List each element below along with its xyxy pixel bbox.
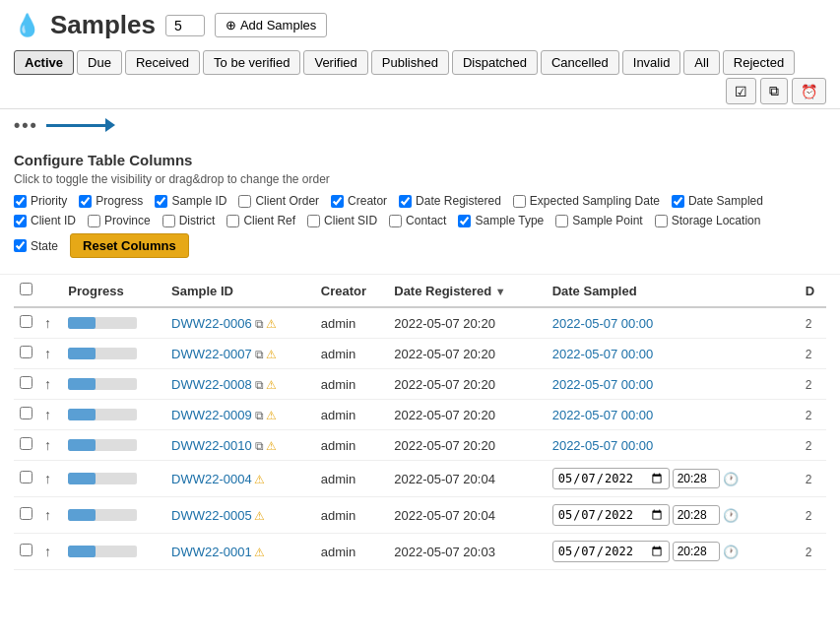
config-date-registered[interactable]: Date Registered [399, 194, 501, 208]
config-progress-checkbox[interactable] [79, 195, 92, 208]
config-client-order-checkbox[interactable] [238, 195, 251, 208]
clock-icon-btn[interactable]: ⏰ [792, 78, 826, 104]
sample-id-link[interactable]: DWW22-0010 [171, 438, 252, 453]
config-client-ref[interactable]: Client Ref [226, 214, 295, 227]
date-sampled-date-input[interactable] [552, 541, 670, 562]
tab-dispatched[interactable]: Dispatched [452, 50, 538, 75]
priority-up-icon[interactable]: ↑ [44, 407, 51, 422]
config-storage-location[interactable]: Storage Location [655, 214, 761, 227]
priority-up-icon[interactable]: ↑ [44, 471, 51, 486]
config-client-sid[interactable]: Client SID [307, 214, 377, 227]
config-priority[interactable]: Priority [14, 194, 67, 208]
config-state-checkbox[interactable] [14, 239, 27, 252]
copy-icon[interactable]: ⧉ [255, 317, 264, 331]
tab-published[interactable]: Published [371, 50, 449, 75]
row-checkbox[interactable] [20, 315, 32, 328]
more-options-dots[interactable]: ••• [14, 115, 38, 136]
config-date-sampled-checkbox[interactable] [672, 195, 684, 208]
select-all-checkbox[interactable] [20, 283, 32, 295]
date-sampled-time-input[interactable] [673, 505, 720, 525]
tab-active[interactable]: Active [14, 50, 74, 75]
priority-up-icon[interactable]: ↑ [44, 376, 51, 392]
warning-icon[interactable]: ⚠ [266, 317, 277, 331]
config-sample-type-checkbox[interactable] [458, 215, 471, 227]
config-sample-point-checkbox[interactable] [555, 215, 568, 227]
copy-icon[interactable]: ⧉ [255, 409, 264, 422]
checklist-icon-btn[interactable]: ☑ [726, 78, 756, 104]
copy-icon[interactable]: ⧉ [255, 378, 264, 392]
tab-invalid[interactable]: Invalid [622, 50, 681, 75]
copy-icon[interactable]: ⧉ [255, 348, 264, 361]
row-checkbox[interactable] [20, 437, 32, 450]
config-client-sid-checkbox[interactable] [307, 215, 320, 227]
copy-icon[interactable]: ⧉ [255, 439, 264, 453]
config-sample-point[interactable]: Sample Point [555, 214, 642, 227]
tab-to-be-verified[interactable]: To be verified [203, 50, 300, 75]
tab-verified[interactable]: Verified [303, 50, 367, 75]
config-expected-sampling-date[interactable]: Expected Sampling Date [513, 194, 660, 208]
config-sample-type[interactable]: Sample Type [458, 214, 544, 227]
tab-cancelled[interactable]: Cancelled [541, 50, 619, 75]
sample-id-link[interactable]: DWW22-0004 [171, 472, 252, 486]
row-checkbox[interactable] [20, 507, 32, 520]
config-progress[interactable]: Progress [79, 194, 143, 208]
config-sample-id[interactable]: Sample ID [155, 194, 226, 208]
row-checkbox[interactable] [20, 376, 32, 389]
warning-icon[interactable]: ⚠ [254, 546, 265, 559]
config-state[interactable]: State [14, 239, 58, 253]
config-storage-location-checkbox[interactable] [655, 215, 668, 227]
sample-id-link[interactable]: DWW22-0009 [171, 408, 252, 422]
row-checkbox[interactable] [20, 471, 32, 483]
sample-id-link[interactable]: DWW22-0001 [171, 545, 252, 559]
sample-id-link[interactable]: DWW22-0008 [171, 377, 252, 392]
row-checkbox[interactable] [20, 346, 32, 358]
warning-icon[interactable]: ⚠ [254, 473, 265, 486]
warning-icon[interactable]: ⚠ [266, 439, 277, 453]
warning-icon[interactable]: ⚠ [254, 509, 265, 523]
config-province[interactable]: Province [88, 214, 151, 227]
config-expected-sampling-date-checkbox[interactable] [513, 195, 526, 208]
priority-up-icon[interactable]: ↑ [44, 544, 51, 559]
date-sampled-time-input[interactable] [673, 469, 720, 488]
config-province-checkbox[interactable] [88, 215, 100, 227]
sample-id-link[interactable]: DWW22-0006 [171, 316, 252, 331]
priority-up-icon[interactable]: ↑ [44, 507, 51, 523]
tab-due[interactable]: Due [77, 50, 122, 75]
time-clock-icon[interactable]: 🕐 [723, 508, 739, 523]
priority-up-icon[interactable]: ↑ [44, 437, 51, 453]
time-clock-icon[interactable]: 🕐 [723, 472, 739, 486]
reset-columns-button[interactable]: Reset Columns [70, 233, 189, 258]
tab-received[interactable]: Received [125, 50, 200, 75]
config-sample-id-checkbox[interactable] [155, 195, 167, 208]
date-sampled-date-input[interactable] [552, 504, 670, 526]
config-district-checkbox[interactable] [162, 215, 175, 227]
config-district[interactable]: District [162, 214, 216, 227]
sample-id-link[interactable]: DWW22-0005 [171, 508, 252, 523]
th-date-registered[interactable]: Date Registered ▼ [388, 275, 546, 307]
copy-icon-btn[interactable]: ⧉ [760, 78, 788, 104]
add-samples-button[interactable]: ⊕ Add Samples [215, 13, 327, 37]
tab-all[interactable]: All [683, 50, 719, 75]
warning-icon[interactable]: ⚠ [266, 409, 277, 422]
config-creator[interactable]: Creator [331, 194, 387, 208]
config-contact-checkbox[interactable] [389, 215, 402, 227]
date-sampled-date-input[interactable] [552, 468, 670, 489]
row-checkbox[interactable] [20, 544, 32, 556]
config-creator-checkbox[interactable] [331, 195, 344, 208]
row-checkbox[interactable] [20, 407, 32, 419]
config-client-ref-checkbox[interactable] [226, 215, 239, 227]
config-priority-checkbox[interactable] [14, 195, 27, 208]
sample-count-input[interactable] [165, 15, 205, 36]
config-client-id-checkbox[interactable] [14, 215, 27, 227]
date-sampled-time-input[interactable] [673, 542, 720, 561]
time-clock-icon[interactable]: 🕐 [723, 545, 739, 559]
config-date-sampled[interactable]: Date Sampled [672, 194, 763, 208]
warning-icon[interactable]: ⚠ [266, 348, 277, 361]
tab-rejected[interactable]: Rejected [723, 50, 795, 75]
sample-id-link[interactable]: DWW22-0007 [171, 347, 252, 361]
config-date-registered-checkbox[interactable] [399, 195, 412, 208]
config-client-order[interactable]: Client Order [238, 194, 319, 208]
warning-icon[interactable]: ⚠ [266, 378, 277, 392]
config-contact[interactable]: Contact [389, 214, 446, 227]
config-client-id[interactable]: Client ID [14, 214, 76, 227]
